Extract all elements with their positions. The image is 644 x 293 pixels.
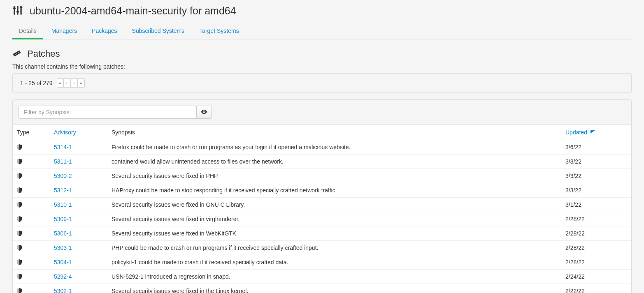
svg-rect-5	[20, 7, 23, 8]
synopsis-cell: Several security issues were fixed in PH…	[107, 169, 561, 183]
svg-rect-12	[591, 131, 593, 132]
tab-subscribed-systems[interactable]: Subscribed Systems	[126, 23, 191, 39]
column-updated-label: Updated	[565, 129, 587, 136]
shield-icon	[17, 173, 46, 179]
column-synopsis: Synopsis	[107, 125, 561, 140]
advisory-link[interactable]: 5302-1	[54, 288, 72, 293]
synopsis-cell: Several security issues were fixed in th…	[107, 284, 561, 293]
shield-icon	[17, 288, 46, 293]
updated-cell: 3/3/22	[561, 169, 631, 183]
advisory-link[interactable]: 5314-1	[54, 144, 72, 150]
synopsis-cell: USN-5292-1 introduced a regression in sn…	[107, 270, 561, 284]
table-row: 5309-1Several security issues were fixed…	[13, 212, 631, 226]
pagination-toolbar: 1 - 25 of 279 « ‹ › »	[12, 73, 632, 93]
updated-cell: 2/28/22	[561, 212, 631, 226]
pager: « ‹ › »	[57, 78, 85, 88]
column-type: Type	[13, 125, 50, 140]
updated-cell: 3/1/22	[561, 198, 631, 212]
shield-icon	[17, 259, 46, 265]
table-row: 5303-1PHP could be made to crash or run …	[13, 241, 631, 255]
column-advisory[interactable]: Advisory	[50, 125, 107, 140]
tab-packages[interactable]: Packages	[85, 23, 123, 39]
svg-rect-1	[17, 6, 18, 15]
section-title: Patches	[27, 48, 60, 59]
svg-rect-14	[591, 134, 591, 134]
shield-icon	[17, 159, 46, 164]
column-updated[interactable]: Updated	[561, 125, 631, 140]
filter-synopsis-input[interactable]	[19, 106, 196, 119]
table-row: 5300-2Several security issues were fixed…	[13, 169, 631, 183]
page-title: ubuntu-2004-amd64-main-security for amd6…	[30, 5, 236, 17]
updated-cell: 2/28/22	[561, 255, 631, 270]
table-row: 5306-1Several security issues were fixed…	[13, 226, 631, 241]
synopsis-cell: containerd would allow unintended access…	[107, 155, 561, 169]
pager-prev-button[interactable]: ‹	[64, 78, 71, 88]
synopsis-cell: Several security issues were fixed in GN…	[107, 198, 561, 212]
table-row: 5314-1Firefox could be made to crash or …	[13, 140, 631, 155]
patches-icon	[12, 49, 21, 59]
synopsis-cell: Several security issues were fixed in vi…	[107, 212, 561, 226]
svg-rect-11	[591, 130, 595, 131]
synopsis-cell: Several security issues were fixed in We…	[107, 226, 561, 241]
sort-desc-icon	[591, 129, 595, 136]
advisory-link[interactable]: 5306-1	[54, 230, 72, 237]
advisory-link[interactable]: 5292-4	[54, 273, 72, 280]
table-row: 5310-1Several security issues were fixed…	[13, 198, 631, 212]
synopsis-cell: HAProxy could be made to stop responding…	[107, 183, 561, 198]
svg-point-8	[16, 53, 17, 54]
filter-row	[13, 100, 631, 125]
eye-icon	[201, 109, 207, 115]
svg-point-7	[15, 53, 16, 54]
table-row: 5312-1HAProxy could be made to stop resp…	[13, 183, 631, 198]
shield-icon	[17, 144, 46, 150]
svg-point-10	[203, 111, 205, 112]
updated-cell: 3/6/22	[561, 140, 631, 155]
pager-last-button[interactable]: »	[78, 78, 85, 88]
patches-table: Type Advisory Synopsis Updated 5314-1Fir…	[13, 125, 631, 293]
advisory-link[interactable]: 5309-1	[54, 216, 72, 222]
shield-icon	[17, 202, 46, 208]
synopsis-cell: Firefox could be made to crash or run pr…	[107, 140, 561, 155]
advisory-link[interactable]: 5311-1	[54, 158, 72, 165]
updated-cell: 2/28/22	[561, 226, 631, 241]
updated-cell: 3/3/22	[561, 183, 631, 198]
tab-managers[interactable]: Managers	[45, 23, 84, 39]
section-description: This channel contains the following patc…	[12, 63, 632, 70]
synopsis-cell: policykit-1 could be made to crash if it…	[107, 255, 561, 270]
pager-next-button[interactable]: ›	[71, 78, 78, 88]
table-row: 5304-1policykit-1 could be made to crash…	[13, 255, 631, 270]
table-row: 5311-1containerd would allow unintended …	[13, 155, 631, 169]
tabs: DetailsManagersPackagesSubscribed System…	[12, 23, 632, 39]
updated-cell: 2/24/22	[561, 270, 631, 284]
updated-cell: 2/28/22	[561, 241, 631, 255]
table-row: 5302-1Several security issues were fixed…	[13, 284, 631, 293]
svg-point-9	[18, 52, 19, 53]
pagination-range: 1 - 25 of 279	[20, 80, 53, 86]
updated-cell: 2/22/22	[561, 284, 631, 293]
tab-details[interactable]: Details	[12, 23, 43, 39]
tab-target-systems[interactable]: Target Systems	[193, 23, 245, 39]
advisory-link[interactable]: 5310-1	[54, 201, 72, 208]
advisory-link[interactable]: 5304-1	[54, 259, 72, 265]
shield-icon	[17, 274, 46, 279]
patches-panel: Type Advisory Synopsis Updated 5314-1Fir…	[12, 99, 632, 293]
pager-first-button[interactable]: «	[57, 78, 64, 88]
updated-cell: 3/3/22	[561, 155, 631, 169]
shield-icon	[17, 187, 46, 193]
svg-rect-0	[14, 6, 15, 15]
advisory-link[interactable]: 5303-1	[54, 245, 72, 251]
shield-icon	[17, 216, 46, 222]
advisory-link[interactable]: 5312-1	[54, 187, 72, 194]
filter-apply-button[interactable]	[196, 106, 212, 119]
table-row: 5292-4USN-5292-1 introduced a regression…	[13, 270, 631, 284]
page-header: ubuntu-2004-amd64-main-security for amd6…	[12, 0, 632, 23]
synopsis-cell: PHP could be made to crash or run progra…	[107, 241, 561, 255]
shield-icon	[17, 245, 46, 251]
svg-rect-4	[16, 11, 19, 12]
svg-rect-13	[591, 132, 592, 133]
svg-rect-3	[13, 8, 16, 9]
sliders-icon	[12, 5, 23, 17]
advisory-link[interactable]: 5300-2	[54, 173, 72, 179]
shield-icon	[17, 231, 46, 236]
section-header: Patches	[12, 48, 632, 59]
